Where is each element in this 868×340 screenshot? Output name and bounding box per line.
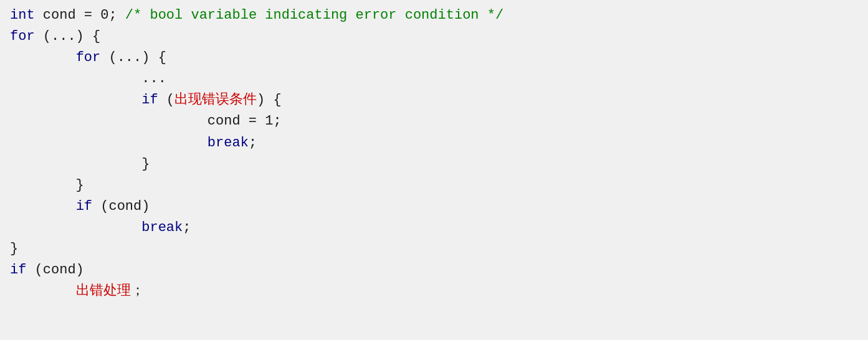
code-line: if (出现错误条件) {: [10, 90, 858, 111]
normal-text: [10, 283, 76, 299]
keyword-text: break: [207, 135, 249, 151]
code-line: }: [10, 238, 858, 260]
keyword-text: if: [10, 262, 26, 278]
normal-text: ;: [183, 220, 191, 235]
normal-text: (...) {: [35, 29, 101, 44]
code-line: break;: [10, 133, 858, 154]
code-block: int cond = 0; /* bool variable indicatin…: [0, 0, 868, 340]
normal-text: ；: [131, 283, 145, 299]
code-line: if (cond): [10, 196, 858, 217]
normal-text: [10, 50, 76, 65]
normal-text: (cond): [92, 199, 150, 214]
normal-text: cond = 0;: [35, 7, 125, 23]
chinese-text: 出错处理: [76, 283, 131, 299]
keyword-text: if: [141, 92, 158, 108]
chinese-text: 出现错误条件: [174, 92, 257, 108]
normal-text: ...: [10, 71, 166, 87]
code-line: for (...) {: [10, 47, 858, 68]
keyword-text: if: [76, 199, 92, 214]
normal-text: (...) {: [100, 50, 166, 65]
normal-text: ) {: [257, 92, 282, 108]
normal-text: [10, 220, 141, 235]
keyword-text: int: [10, 7, 35, 23]
code-line: int cond = 0; /* bool variable indicatin…: [10, 5, 858, 26]
code-line: }: [10, 154, 858, 175]
normal-text: ;: [249, 135, 257, 151]
keyword-text: for: [76, 50, 101, 65]
normal-text: }: [10, 156, 150, 172]
normal-text: cond = 1;: [10, 113, 282, 129]
code-line: ...: [10, 68, 858, 90]
normal-text: [10, 92, 141, 108]
normal-text: }: [10, 241, 18, 257]
code-line: 出错处理；: [10, 281, 858, 302]
code-line: if (cond): [10, 260, 858, 281]
normal-text: }: [10, 177, 84, 193]
normal-text: (: [158, 92, 174, 108]
normal-text: (cond): [26, 262, 83, 278]
keyword-text: break: [141, 220, 183, 235]
code-line: for (...) {: [10, 26, 858, 47]
normal-text: [10, 135, 207, 151]
code-line: cond = 1;: [10, 111, 858, 132]
code-line: break;: [10, 217, 858, 238]
comment-text: /* bool variable indicating error condit…: [125, 7, 503, 23]
keyword-text: for: [10, 29, 35, 44]
normal-text: [10, 199, 76, 214]
code-line: }: [10, 175, 858, 196]
